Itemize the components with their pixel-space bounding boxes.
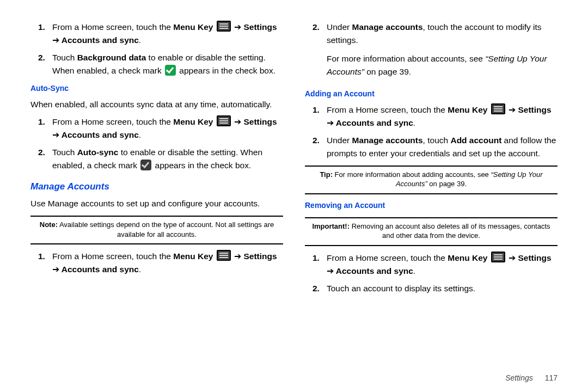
step-body: Touch an account to display its settings… xyxy=(327,282,558,295)
heading-manage-accounts: Manage Accounts xyxy=(30,180,283,194)
note-box: Note: Available settings depend on the t… xyxy=(30,216,283,244)
footer-page-number: 117 xyxy=(545,373,558,382)
list-item: 2. Touch Background data to enable or di… xyxy=(38,51,283,77)
list-item: 1. From a Home screen, touch the Menu Ke… xyxy=(38,115,283,142)
left-column: 1. From a Home screen, touch the Menu Ke… xyxy=(30,20,283,299)
list-item: 2. Touch Auto-sync to enable or disable … xyxy=(38,146,283,172)
steps-removing: 1. From a Home screen, touch the Menu Ke… xyxy=(305,252,558,295)
list-item: 1. From a Home screen, touch the Menu Ke… xyxy=(313,103,558,130)
steps-background-data: 1. From a Home screen, touch the Menu Ke… xyxy=(30,21,283,77)
step-number: 1. xyxy=(38,250,52,276)
menu-key-icon xyxy=(491,103,505,114)
menu-key-icon xyxy=(217,21,231,32)
step-body: From a Home screen, touch the Menu Key ➔… xyxy=(52,21,283,47)
steps-manage-2: 2. Under Manage accounts, touch the acco… xyxy=(305,21,558,83)
step-number: 2. xyxy=(313,21,327,83)
list-item: 2. Touch an account to display its setti… xyxy=(313,282,558,295)
checkmark-icon xyxy=(165,65,176,76)
list-item: 2. Under Manage accounts, touch Add acco… xyxy=(313,134,558,160)
tip-box: Tip: For more information about adding a… xyxy=(305,166,558,194)
menu-key-icon xyxy=(217,115,231,126)
step-number: 2. xyxy=(313,134,327,160)
menu-key-icon xyxy=(491,252,505,262)
paragraph: When enabled, all accounts sync data at … xyxy=(30,98,283,111)
checkmark-dark-icon xyxy=(140,160,151,170)
step-body: Under Manage accounts, touch the account… xyxy=(327,21,558,83)
list-item: 1. From a Home screen, touch the Menu Ke… xyxy=(313,252,558,278)
step-body: From a Home screen, touch the Menu Key ➔… xyxy=(327,103,558,130)
step-number: 2. xyxy=(38,146,52,172)
step-body: Under Manage accounts, touch Add account… xyxy=(327,134,558,160)
step-number: 1. xyxy=(313,103,327,130)
step-number: 1. xyxy=(313,252,327,278)
list-item: 1. From a Home screen, touch the Menu Ke… xyxy=(38,250,283,276)
step-number: 1. xyxy=(38,21,52,47)
step-number: 2. xyxy=(38,51,52,77)
menu-key-icon xyxy=(217,250,231,261)
heading-removing-account: Removing an Account xyxy=(305,200,558,212)
heading-auto-sync: Auto-Sync xyxy=(30,83,283,95)
steps-adding: 1. From a Home screen, touch the Menu Ke… xyxy=(305,103,558,160)
steps-manage-1: 1. From a Home screen, touch the Menu Ke… xyxy=(30,250,283,276)
step-body: From a Home screen, touch the Menu Key ➔… xyxy=(52,250,283,276)
step-body: Touch Auto-sync to enable or disable the… xyxy=(52,146,283,172)
page: 1. From a Home screen, touch the Menu Ke… xyxy=(0,0,588,392)
step-body: From a Home screen, touch the Menu Key ➔… xyxy=(327,252,558,278)
paragraph: For more information about accounts, see… xyxy=(327,52,558,78)
right-column: 2. Under Manage accounts, touch the acco… xyxy=(305,20,558,299)
page-footer: Settings 117 xyxy=(505,373,558,382)
step-number: 1. xyxy=(38,115,52,142)
heading-adding-account: Adding an Account xyxy=(305,88,558,100)
paragraph: Use Manage accounts to set up and config… xyxy=(30,197,283,210)
list-item: 2. Under Manage accounts, touch the acco… xyxy=(313,21,558,83)
important-box: Important!: Removing an account also del… xyxy=(305,217,558,246)
list-item: 1. From a Home screen, touch the Menu Ke… xyxy=(38,21,283,47)
steps-auto-sync: 1. From a Home screen, touch the Menu Ke… xyxy=(30,115,283,172)
step-number: 2. xyxy=(313,282,327,295)
footer-section: Settings xyxy=(505,373,533,382)
step-body: Touch Background data to enable or disab… xyxy=(52,51,283,77)
two-column-layout: 1. From a Home screen, touch the Menu Ke… xyxy=(30,20,558,299)
step-body: From a Home screen, touch the Menu Key ➔… xyxy=(52,115,283,142)
